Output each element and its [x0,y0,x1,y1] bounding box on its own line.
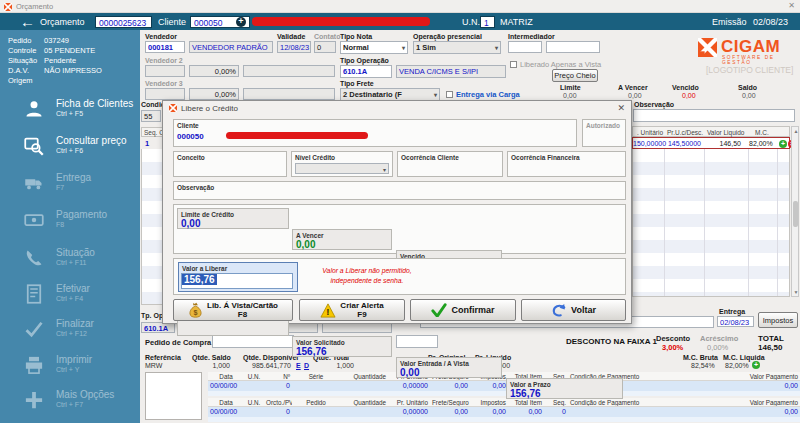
table2-row[interactable]: 00/00/0000,000000,000,000,0000,00 [208,407,800,417]
window-close-icon[interactable]: ✕ [788,1,795,10]
valor-liberar-warning: Valor a Liberar não permitido, independe… [302,266,432,286]
observacao-groupbox[interactable]: Observação [173,181,626,200]
cigam-logo-text: CIGAM [721,37,780,57]
tipo-operacao-name-field: VENDA C/ICMS E S/IPI [396,65,506,78]
desconto-faixa-text: DESCONTO NA FAIXA 1 [566,337,657,346]
tipo-operacao-code-input[interactable]: 610.1A [340,65,392,78]
confirmar-button[interactable]: Confirmar [410,299,516,321]
info-row: D.A.V.NÃO IMPRESSO [8,66,29,75]
client-logo-placeholder: [LOGOTIPO CLIENTE] [706,65,793,75]
sidebar-item-situacao[interactable]: SituaçãoCtrl + F11 [22,246,138,276]
vendedor-label: Vendedor [145,33,177,40]
impostos-button[interactable]: Impostos [758,312,798,328]
criar-alerta-button[interactable]: ! Criar AlertaF9 [299,299,405,321]
desconto-value: 3,00% [662,343,683,352]
truck-icon [24,173,44,193]
desconto-label: Desconto [656,334,690,343]
preco-cheio-button[interactable]: Preço Cheio [552,69,598,82]
pedido-compra-label: Pedido de Compra [145,338,211,347]
tipo-nota-label: Tipo Nota [340,33,372,40]
entrega-carga-checkbox[interactable]: Entrega via Carga [446,90,520,99]
link-e[interactable]: E [296,362,301,369]
sidebar: Pedido037249 Controle05 PENDENTE Situaçã… [0,30,140,423]
nivel-credito-select[interactable] [295,163,389,174]
pedido-compra-input[interactable] [212,335,294,348]
tipo-nota-select[interactable]: Normal [340,41,408,54]
entrega-date-input[interactable]: 02/08/23 [717,316,754,327]
intermediador-code-input[interactable] [508,41,542,53]
sidebar-item-mais-opcoes[interactable]: Mais OpçõesCtrl + F7 [22,388,138,418]
un-name: MATRIZ [500,17,533,27]
check-icon [24,319,44,339]
sidebar-item-imprimir[interactable]: ImprimirCtrl + Y [22,353,138,383]
app-header: ← Orçamento 0000025623 Cliente 000050 + … [0,13,800,30]
op-presencial-select[interactable]: 1 Sim [413,41,501,54]
op-presencial-label: Operação presencial [413,33,482,40]
scroll-down-icon[interactable]: ▼ [794,289,799,295]
add-item-icon[interactable]: + [779,140,787,148]
nivel-credito-groupbox: Nível Crédito [291,151,393,177]
saldo-label: Saldo [738,84,757,91]
add-cliente-icon[interactable]: + [236,17,246,27]
confirm-check-icon [431,303,447,317]
info-row: Controle05 PENDENTE [8,46,36,55]
emissao-label: Emissão [712,17,747,27]
phone-icon [24,248,44,268]
qtde-disponivel-label: Qtde. Disponível [243,354,298,361]
un-input[interactable]: 1 [480,16,495,28]
window-title: Orçamento [16,2,53,11]
tipo-frete-label: Tipo Frete [340,80,374,87]
sidebar-item-ficha-de-clientes[interactable]: Ficha de ClientesCtrl + F5 [22,97,138,127]
conceito-groupbox: Conceito [173,151,287,177]
validade-label: Validade [277,33,305,40]
vendedor-code-input[interactable]: 000181 [145,41,185,53]
sidebar-item-efetivar[interactable]: EfetivarCtrl + F4 [22,282,138,312]
orcamento-number-input[interactable]: 0000025623 [95,16,152,28]
sidebar-item-finalizar[interactable]: FinalizarCtrl + F12 [22,317,138,347]
dialog-close-icon[interactable]: ✕ [617,103,625,113]
vendedor2-label: Vendedor 2 [145,57,183,64]
product-image-placeholder [145,372,202,420]
observacao-bg-input[interactable] [633,109,795,122]
sidebar-item-consultar-preco[interactable]: Consultar preçoCtrl + F6 [22,134,138,164]
vendedor2-name-field [243,65,335,77]
svg-text:$: $ [194,308,198,317]
scrollbar-thumb[interactable] [793,201,798,227]
a-vencer-value: 0,00 [628,92,642,99]
a-vencer-label: A Vencer [618,84,648,91]
entrega-label: Entrega [719,308,745,315]
back-arrow-icon[interactable]: ← [20,13,35,30]
sidebar-item-entrega[interactable]: EntregaF7 [22,171,138,201]
total-label: TOTAL [758,334,784,343]
money-bag-icon: $ [188,302,203,318]
link-d[interactable]: D [304,362,309,369]
intermediador-name-input[interactable] [546,41,600,53]
valor-liberar-panel: Valor a Liberar 156,76 Valor a Liberar n… [173,258,626,295]
ocorrencia-cliente-groupbox: Ocorrência Cliente [397,151,503,177]
lib-a-vista-cartao-button[interactable]: $ Lib. Á Vista/CartãoF8 [173,299,293,321]
observacao-bg-label: Observação [634,101,674,108]
condicao-field: 55 [141,110,161,122]
dialog-title: Libere o Crédito [181,104,238,113]
seq-row-value: 1 [145,139,149,148]
mc-bruta-label: M.C. Bruta [683,354,718,361]
emissao-value: 02/08/23 [753,17,788,27]
voltar-button[interactable]: Voltar [521,299,626,321]
scroll-up-icon[interactable]: ▲ [794,128,799,134]
redaction-bar [226,132,368,139]
person-icon [24,99,44,119]
sidebar-item-pagamento[interactable]: PagamentoF8 [22,208,138,238]
autorizado-groupbox: Autorizado [582,119,626,147]
valor-entrada-box: Valor Entrada / A Vista0,00 [396,357,502,378]
items-grid-selected-row[interactable]: 150,00000 145,50000 146,50 82,00% + × [632,137,790,149]
item-pedido-input[interactable] [396,335,438,348]
tipo-operacao-label: Tipo Operação [340,57,389,64]
validade-field: 12/08/23 [277,41,311,53]
grid-scrollbar[interactable]: ▲ ▼ [791,126,799,297]
mc-liquida-label: M.C. Liquida [723,354,765,361]
table1-row[interactable]: 00/00/0000,000000,000,000,0000,00 [208,381,800,391]
valor-liberar-input[interactable]: 156,76 [181,273,293,289]
vendedor3-code-field [145,88,185,100]
price-search-icon [24,136,44,156]
liberado-vista-checkbox[interactable]: Liberado Apenas a Vista [510,60,601,69]
